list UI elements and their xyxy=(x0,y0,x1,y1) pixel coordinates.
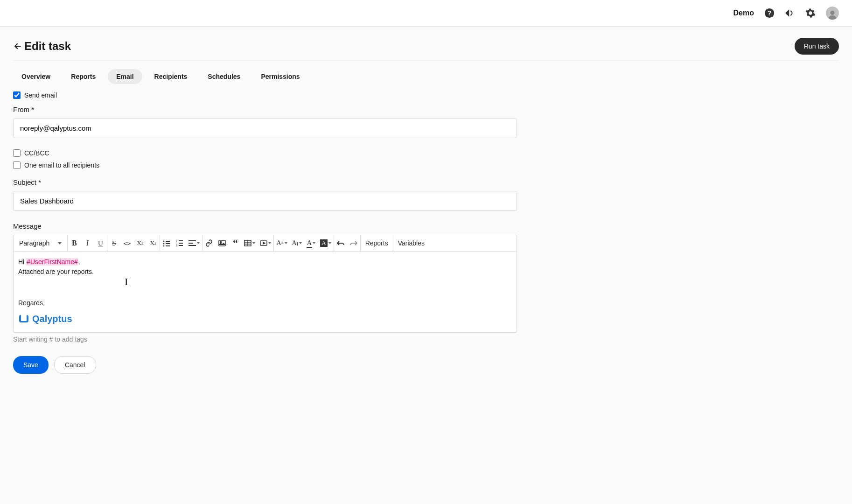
underline-icon[interactable]: U xyxy=(94,235,107,251)
table-dropdown[interactable] xyxy=(242,235,258,251)
svg-rect-14 xyxy=(179,245,183,246)
svg-rect-12 xyxy=(179,243,183,244)
subject-input[interactable] xyxy=(13,191,517,211)
subject-label: Subject * xyxy=(13,178,517,186)
hint-text: Start writing # to add tags xyxy=(13,336,517,343)
tab-permissions[interactable]: Permissions xyxy=(252,69,308,84)
svg-point-7 xyxy=(163,245,165,247)
svg-rect-16 xyxy=(189,243,193,244)
one-email-checkbox[interactable] xyxy=(13,161,21,169)
greeting-prefix: Hi xyxy=(18,258,26,266)
quote-icon[interactable]: “ xyxy=(229,235,242,251)
signoff: Regards, xyxy=(18,298,512,308)
numbered-list-icon[interactable]: 123 xyxy=(173,235,186,251)
svg-rect-8 xyxy=(166,245,170,246)
svg-rect-15 xyxy=(189,240,196,241)
reports-button[interactable]: Reports xyxy=(361,235,393,251)
gear-icon[interactable] xyxy=(805,8,816,18)
chevron-down-icon xyxy=(285,242,287,244)
cc-bcc-label[interactable]: CC/BCC xyxy=(24,149,49,157)
svg-point-5 xyxy=(163,243,165,245)
svg-rect-17 xyxy=(189,245,196,246)
variables-button[interactable]: Variables xyxy=(393,235,429,251)
strikethrough-icon[interactable]: S xyxy=(107,235,120,251)
svg-text:3: 3 xyxy=(176,245,177,247)
paragraph-dropdown[interactable]: Paragraph xyxy=(14,235,67,251)
font-size-dropdown[interactable]: A≡ xyxy=(274,235,289,251)
svg-rect-6 xyxy=(166,243,170,244)
tab-recipients[interactable]: Recipients xyxy=(146,69,196,84)
svg-point-3 xyxy=(163,241,165,242)
avatar[interactable] xyxy=(826,7,839,20)
demo-label: Demo xyxy=(733,9,754,17)
user-firstname-tag: #UserFirstName# xyxy=(26,258,78,266)
highlight-color-dropdown[interactable]: A xyxy=(318,235,333,251)
message-editor: Paragraph B I U S <> X2 X2 xyxy=(13,235,517,333)
bullet-list-icon[interactable] xyxy=(160,235,173,251)
line-height-dropdown[interactable]: AI xyxy=(290,235,305,251)
undo-icon[interactable] xyxy=(334,235,347,251)
page-header: Edit task Run task xyxy=(13,38,839,61)
svg-rect-18 xyxy=(219,240,225,246)
svg-point-2 xyxy=(830,11,834,15)
top-header: Demo ? xyxy=(0,0,852,27)
chevron-down-icon xyxy=(58,242,62,245)
tab-schedules[interactable]: Schedules xyxy=(199,69,249,84)
italic-icon[interactable]: I xyxy=(81,235,94,251)
from-input[interactable] xyxy=(13,118,517,138)
code-icon[interactable]: <> xyxy=(120,235,133,251)
logo-text: Qalyptus xyxy=(32,312,72,326)
video-dropdown[interactable] xyxy=(258,235,273,251)
run-task-button[interactable]: Run task xyxy=(795,38,839,55)
page-title: Edit task xyxy=(24,40,71,53)
from-label: From * xyxy=(13,105,517,113)
tab-overview[interactable]: Overview xyxy=(13,69,59,84)
one-email-label[interactable]: One email to all recipients xyxy=(24,161,99,169)
back-arrow-icon[interactable] xyxy=(13,42,22,51)
chevron-down-icon xyxy=(313,242,315,244)
alignment-dropdown[interactable] xyxy=(186,235,202,251)
tab-email[interactable]: Email xyxy=(108,69,142,84)
footer-buttons: Save Cancel xyxy=(13,356,517,374)
subscript-icon[interactable]: X2 xyxy=(133,235,147,251)
paragraph-label: Paragraph xyxy=(19,239,49,247)
chevron-down-icon xyxy=(197,242,200,244)
chevron-down-icon xyxy=(328,242,331,244)
greeting-suffix: , xyxy=(78,258,80,266)
qalyptus-icon xyxy=(18,313,30,324)
tab-reports[interactable]: Reports xyxy=(63,69,104,84)
bold-icon[interactable]: B xyxy=(68,235,81,251)
superscript-icon[interactable]: X2 xyxy=(147,235,160,251)
help-icon[interactable]: ? xyxy=(764,8,775,18)
chevron-down-icon xyxy=(299,242,302,244)
cc-bcc-checkbox[interactable] xyxy=(13,149,21,157)
svg-rect-10 xyxy=(179,240,183,241)
chevron-down-icon xyxy=(268,242,271,244)
image-icon[interactable] xyxy=(216,235,229,251)
svg-rect-4 xyxy=(166,241,170,242)
chevron-down-icon xyxy=(252,242,255,244)
font-color-dropdown[interactable]: A xyxy=(304,235,318,251)
cancel-button[interactable]: Cancel xyxy=(54,356,96,374)
send-email-label[interactable]: Send email xyxy=(24,91,57,99)
send-email-checkbox[interactable] xyxy=(13,91,21,99)
editor-content[interactable]: Hi #UserFirstName#, Attached are your re… xyxy=(14,252,517,332)
message-label: Message xyxy=(13,222,517,230)
svg-text:?: ? xyxy=(768,10,771,17)
megaphone-icon[interactable] xyxy=(785,8,795,18)
tabs: Overview Reports Email Recipients Schedu… xyxy=(13,64,839,91)
save-button[interactable]: Save xyxy=(13,356,49,374)
line2: Attached are your reports. xyxy=(18,267,512,277)
brand-logo: Qalyptus xyxy=(18,312,512,326)
redo-icon[interactable] xyxy=(347,235,360,251)
editor-toolbar: Paragraph B I U S <> X2 X2 xyxy=(14,235,517,252)
link-icon[interactable] xyxy=(203,235,216,251)
